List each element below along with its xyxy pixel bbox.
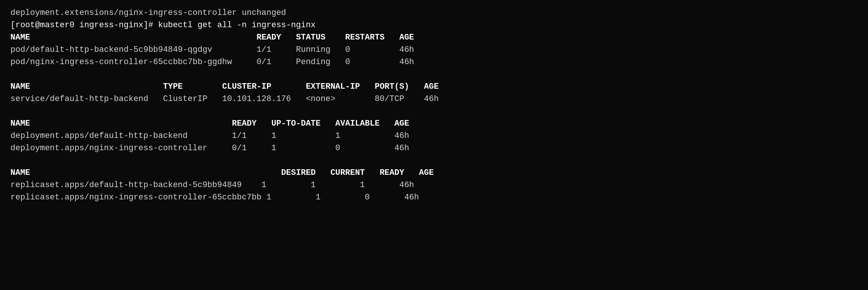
data-line: deployment.apps/default-http-backend 1/1… — [10, 130, 858, 142]
column-header: NAME TYPE CLUSTER-IP EXTERNAL-IP PORT(S)… — [10, 81, 858, 93]
data-line: replicaset.apps/nginx-ingress-controller… — [10, 191, 858, 204]
output-line: deployment.extensions/nginx-ingress-cont… — [10, 7, 858, 19]
data-line: deployment.apps/nginx-ingress-controller… — [10, 142, 858, 154]
column-header: NAME READY STATUS RESTARTS AGE — [10, 31, 858, 44]
prompt-line: [root@master0 ingress-nginx]# kubectl ge… — [10, 19, 858, 31]
blank-line — [10, 68, 858, 81]
data-line: service/default-http-backend ClusterIP 1… — [10, 93, 858, 105]
column-header: NAME DESIRED CURRENT READY AGE — [10, 167, 858, 179]
blank-line — [10, 105, 858, 117]
data-line: pod/nginx-ingress-controller-65ccbbc7bb-… — [10, 56, 858, 68]
data-line: replicaset.apps/default-http-backend-5c9… — [10, 179, 858, 191]
column-header: NAME READY UP-TO-DATE AVAILABLE AGE — [10, 117, 858, 130]
terminal-output: deployment.extensions/nginx-ingress-cont… — [10, 7, 858, 204]
blank-line — [10, 154, 858, 167]
data-line: pod/default-http-backend-5c9bb94849-qgdg… — [10, 44, 858, 56]
